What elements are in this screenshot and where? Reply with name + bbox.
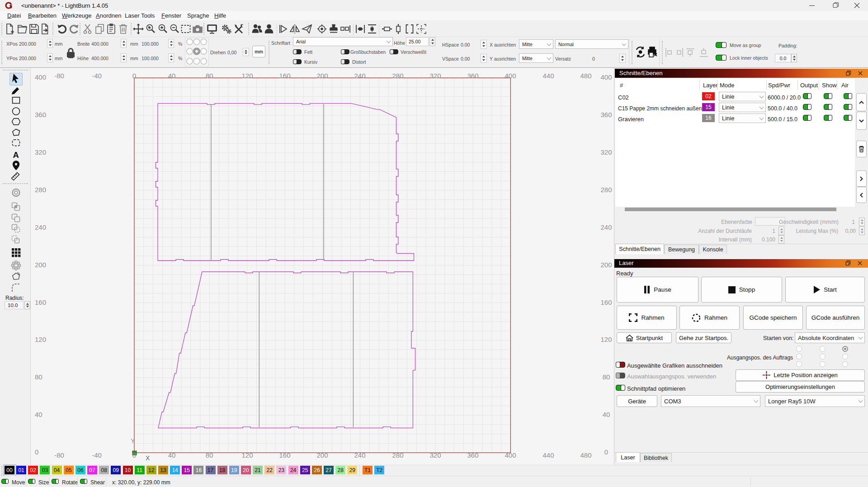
svg-text:240: 240: [35, 223, 46, 231]
svg-text:320: 320: [600, 148, 612, 156]
svg-text:X: X: [146, 454, 150, 462]
svg-text:320: 320: [429, 72, 441, 80]
svg-text:200: 200: [35, 261, 46, 269]
svg-text:160: 160: [600, 298, 612, 306]
svg-text:280: 280: [600, 186, 612, 194]
svg-text:Y: Y: [131, 437, 135, 444]
svg-text:0: 0: [132, 72, 136, 80]
svg-text:160: 160: [279, 72, 290, 80]
svg-text:160: 160: [35, 298, 46, 306]
svg-text:-80: -80: [54, 72, 64, 80]
svg-text:200: 200: [316, 72, 328, 80]
svg-text:400: 400: [35, 73, 46, 81]
svg-text:40: 40: [168, 72, 176, 80]
svg-text:280: 280: [392, 72, 403, 80]
svg-text:80: 80: [206, 72, 213, 80]
svg-text:200: 200: [316, 451, 328, 459]
svg-text:360: 360: [467, 72, 478, 80]
svg-text:120: 120: [35, 336, 46, 343]
svg-text:400: 400: [505, 72, 516, 80]
svg-text:480: 480: [580, 72, 591, 80]
svg-text:-40: -40: [92, 451, 102, 459]
svg-text:0: 0: [132, 451, 136, 459]
svg-text:320: 320: [35, 148, 46, 156]
svg-text:480: 480: [580, 451, 591, 459]
svg-text:360: 360: [467, 451, 478, 459]
svg-text:40: 40: [35, 411, 42, 418]
svg-text:440: 440: [542, 451, 554, 459]
svg-text:0: 0: [35, 448, 38, 456]
svg-text:160: 160: [279, 451, 290, 459]
svg-text:120: 120: [241, 72, 253, 80]
svg-text:240: 240: [354, 72, 365, 80]
svg-text:240: 240: [354, 451, 365, 459]
svg-text:-80: -80: [54, 451, 64, 459]
svg-text:360: 360: [35, 111, 46, 118]
svg-text:320: 320: [429, 451, 441, 459]
svg-text:40: 40: [603, 411, 610, 418]
svg-text:400: 400: [505, 451, 516, 459]
svg-text:360: 360: [600, 111, 612, 118]
svg-text:400: 400: [600, 73, 612, 81]
svg-text:240: 240: [600, 223, 612, 231]
svg-text:280: 280: [35, 186, 46, 194]
svg-text:200: 200: [600, 261, 612, 269]
svg-text:80: 80: [603, 373, 610, 381]
svg-text:280: 280: [392, 451, 403, 459]
svg-text:120: 120: [241, 451, 253, 459]
svg-text:A: A: [13, 150, 19, 160]
svg-text:40: 40: [168, 451, 176, 459]
svg-text:80: 80: [206, 451, 213, 459]
svg-text:-40: -40: [92, 72, 102, 80]
svg-text:0: 0: [604, 448, 608, 456]
svg-text:120: 120: [600, 336, 612, 343]
svg-text:80: 80: [35, 373, 42, 381]
svg-text:440: 440: [542, 72, 554, 80]
